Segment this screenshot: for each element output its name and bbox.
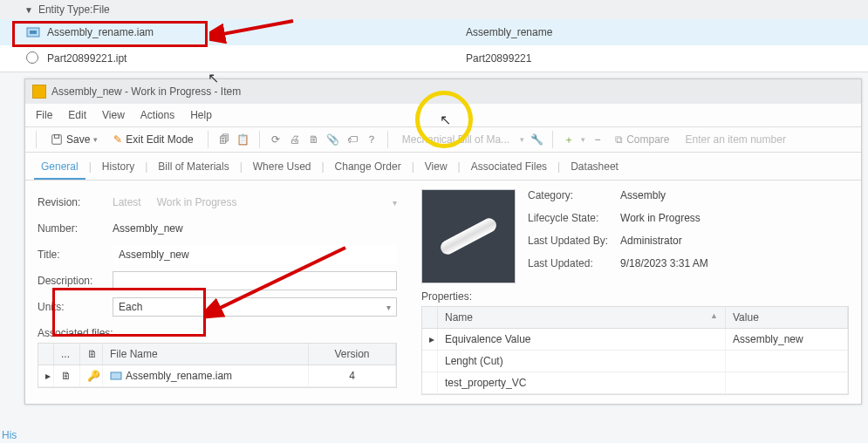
row-expander-icon[interactable]: ▸ bbox=[422, 329, 438, 350]
tab-datasheet[interactable]: Datasheet bbox=[564, 156, 625, 180]
assoc-file-version: 4 bbox=[309, 365, 396, 386]
item-icon bbox=[32, 85, 46, 99]
icon-col-header[interactable]: ... bbox=[54, 344, 80, 365]
prop-name: Equivalence Value bbox=[438, 329, 726, 350]
menu-bar: File Edit View Actions Help bbox=[25, 104, 861, 126]
entity-row[interactable]: Part20899221.ipt Part20899221 bbox=[0, 45, 868, 72]
file-name-header[interactable]: File Name bbox=[103, 344, 309, 365]
item-search-input[interactable]: Enter an item number bbox=[680, 132, 854, 147]
table-row[interactable]: ▸ 🗎 🔑 Assembly_rename.iam 4 bbox=[38, 365, 396, 387]
associated-files-grid: ... 🗎 File Name Version ▸ 🗎 🔑 Assembly_r… bbox=[38, 343, 397, 388]
doc-col-header[interactable]: 🗎 bbox=[80, 344, 103, 365]
assoc-file-name: Assembly_rename.iam bbox=[126, 370, 232, 382]
updated-value: 9/18/2023 3:31 AM bbox=[620, 257, 708, 269]
number-label: Number: bbox=[38, 222, 113, 235]
bom-dropdown[interactable]: Mechanical Bill of Ma... bbox=[397, 132, 515, 147]
history-tab-stub[interactable]: His bbox=[2, 429, 17, 441]
table-row[interactable]: Lenght (Cut) bbox=[422, 351, 848, 372]
toolbar: Save ▾ ✎ Exit Edit Mode 🗐 📋 ⟳ 🖨 🗎 📎 🏷 ？ … bbox=[25, 126, 861, 153]
updated-by-label: Last Updated By: bbox=[528, 235, 608, 247]
collapse-triangle-icon[interactable]: ▼ bbox=[24, 5, 33, 15]
entity-group-header[interactable]: ▼ Entity Type:File bbox=[0, 0, 868, 19]
menu-actions[interactable]: Actions bbox=[140, 109, 174, 121]
svg-rect-1 bbox=[30, 31, 37, 34]
chevron-down-icon: ▾ bbox=[520, 135, 524, 144]
exit-edit-label: Exit Edit Mode bbox=[126, 133, 193, 146]
entity-list: ▼ Entity Type:File Assembly_rename.iam A… bbox=[0, 0, 868, 72]
chevron-down-icon[interactable]: ▾ bbox=[393, 198, 397, 208]
remove-icon[interactable]: − bbox=[591, 133, 605, 147]
category-value: Assembly bbox=[620, 189, 708, 201]
row-expander-icon[interactable]: ▸ bbox=[38, 365, 54, 386]
svg-rect-3 bbox=[54, 135, 58, 139]
tab-associated-files[interactable]: Associated Files bbox=[464, 156, 554, 180]
add-icon[interactable]: ＋ bbox=[562, 133, 576, 147]
properties-grid: Name ▲ Value ▸ Equivalence Value Assembl… bbox=[421, 306, 849, 395]
chevron-down-icon: ▾ bbox=[581, 135, 585, 144]
menu-help[interactable]: Help bbox=[190, 109, 212, 121]
lifecycle-label: Lifecycle State: bbox=[528, 212, 608, 224]
copy-icon[interactable]: 🗐 bbox=[217, 133, 231, 147]
prop-value-header[interactable]: Value bbox=[726, 307, 848, 328]
refresh-icon[interactable]: ⟳ bbox=[269, 133, 283, 147]
link-icon: 🗎 bbox=[54, 365, 80, 386]
revision-latest-button[interactable]: Latest bbox=[113, 196, 141, 208]
meta-panel: Category: Lifecycle State: Last Updated … bbox=[421, 189, 849, 283]
prop-name-header[interactable]: Name ▲ bbox=[438, 307, 726, 328]
tab-bom[interactable]: Bill of Materials bbox=[151, 156, 236, 180]
thumbnail bbox=[421, 189, 516, 283]
title-input[interactable]: Assembly_new bbox=[113, 245, 397, 264]
paste-icon[interactable]: 📋 bbox=[236, 133, 250, 147]
units-dropdown[interactable]: Each bbox=[113, 297, 397, 317]
bom-go-icon[interactable]: 🔧 bbox=[530, 133, 543, 147]
tag-icon[interactable]: 🏷 bbox=[345, 133, 359, 147]
version-header[interactable]: Version bbox=[309, 344, 396, 365]
updated-by-value: Administrator bbox=[620, 235, 708, 247]
compare-icon: ⧉ bbox=[615, 133, 623, 146]
tab-view[interactable]: View bbox=[418, 156, 455, 180]
description-label: Description: bbox=[38, 275, 113, 287]
tab-where-used[interactable]: Where Used bbox=[246, 156, 318, 180]
menu-view[interactable]: View bbox=[102, 109, 125, 121]
title-value: Assembly_new bbox=[119, 249, 189, 261]
compare-label: Compare bbox=[626, 133, 669, 146]
sort-asc-icon: ▲ bbox=[710, 311, 718, 320]
part-icon bbox=[26, 51, 40, 65]
lifecycle-value: Work in Progress bbox=[620, 212, 708, 224]
item-editor-window: Assembly_new - Work in Progress - Item F… bbox=[24, 78, 862, 405]
prop-name: Lenght (Cut) bbox=[438, 351, 726, 371]
save-button[interactable]: Save ▾ bbox=[45, 131, 103, 148]
chevron-down-icon: ▾ bbox=[93, 135, 98, 144]
menu-edit[interactable]: Edit bbox=[68, 109, 86, 121]
print-icon[interactable]: 🖨 bbox=[288, 133, 302, 147]
help-icon[interactable]: ？ bbox=[365, 133, 379, 147]
tab-general[interactable]: General bbox=[34, 156, 85, 180]
prop-value bbox=[726, 372, 848, 393]
units-label: Units: bbox=[38, 301, 113, 313]
assembly-icon bbox=[26, 25, 40, 39]
export-icon[interactable]: 🗎 bbox=[307, 133, 321, 147]
category-label: Category: bbox=[528, 189, 608, 201]
menu-file[interactable]: File bbox=[36, 109, 52, 121]
prop-name: test_property_VC bbox=[438, 372, 726, 393]
window-title: Assembly_new - Work in Progress - Item bbox=[51, 85, 241, 98]
entity-row[interactable]: Assembly_rename.iam Assembly_rename bbox=[0, 19, 868, 45]
attach-icon[interactable]: 📎 bbox=[326, 133, 340, 147]
table-row[interactable]: ▸ Equivalence Value Assembly_new bbox=[422, 329, 848, 351]
window-titlebar: Assembly_new - Work in Progress - Item bbox=[25, 79, 861, 104]
save-label: Save bbox=[66, 133, 90, 146]
prop-value: Assembly_new bbox=[726, 329, 848, 350]
revision-label: Revision: bbox=[38, 196, 113, 208]
tab-change-order[interactable]: Change Order bbox=[328, 156, 408, 180]
pencil-icon: ✎ bbox=[113, 133, 122, 146]
revision-wip-button[interactable]: Work in Progress bbox=[157, 196, 237, 208]
compare-button[interactable]: ⧉ Compare bbox=[610, 131, 674, 148]
table-row[interactable]: test_property_VC bbox=[422, 372, 848, 394]
entity-item-name: Part20899221 bbox=[466, 52, 531, 65]
entity-file-name: Part20899221.ipt bbox=[47, 52, 466, 65]
tab-history[interactable]: History bbox=[95, 156, 141, 180]
prop-value bbox=[726, 351, 848, 371]
exit-edit-button[interactable]: ✎ Exit Edit Mode bbox=[108, 131, 198, 148]
description-input[interactable] bbox=[113, 271, 397, 290]
svg-rect-4 bbox=[111, 372, 121, 379]
